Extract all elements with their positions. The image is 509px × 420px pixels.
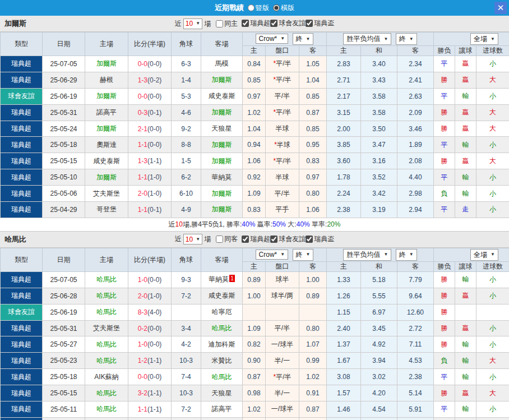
league-checkbox-input[interactable] bbox=[242, 236, 249, 243]
league-checkbox-input[interactable] bbox=[270, 236, 277, 243]
avg-home-cell: 3.60 bbox=[327, 153, 361, 169]
same-venue-checkbox-input[interactable] bbox=[216, 20, 223, 27]
avg-select[interactable]: 胜平负均值▼ bbox=[343, 33, 391, 45]
match-count-select[interactable]: 10 ▼ bbox=[183, 19, 202, 29]
league-filter-group: 瑞典超球會友誼瑞典盃 bbox=[242, 234, 334, 244]
corner-cell: 7-4 bbox=[172, 369, 201, 385]
home-team[interactable]: 加爾斯 bbox=[85, 88, 128, 104]
match-row: 球會友誼25-06-19加爾斯0-0(0-0)5-3咸史泰斯0.97平/半0.8… bbox=[1, 88, 509, 104]
odds-company-select[interactable]: Crow*▼ bbox=[256, 250, 289, 260]
home-team[interactable]: 哈馬比 bbox=[85, 336, 128, 353]
home-team[interactable]: 奧斯達 bbox=[85, 137, 128, 153]
home-team-name: 哈馬比 bbox=[96, 389, 117, 397]
match-row: 瑞典超25-05-31艾夫斯堡0-2(0-0)3-4哈馬比1.09平/半0.80… bbox=[1, 320, 509, 336]
odds-group-header: Crow*▼ 終▼ bbox=[243, 33, 327, 46]
away-team[interactable]: 加爾斯 bbox=[201, 153, 243, 169]
home-team[interactable]: 哈馬比 bbox=[85, 304, 128, 320]
home-team[interactable]: 艾夫斯堡 bbox=[85, 186, 128, 202]
league-checkbox[interactable]: 瑞典盃 bbox=[306, 19, 334, 28]
home-team-name: 哈馬比 bbox=[96, 308, 117, 316]
away-team[interactable]: 諾高平 bbox=[201, 401, 243, 418]
home-odds-cell: 0.83 bbox=[243, 202, 266, 218]
away-team[interactable]: 華納莫1 bbox=[201, 271, 243, 288]
league-checkbox[interactable]: 球會友誼 bbox=[270, 234, 306, 244]
home-team[interactable]: 諾高平 bbox=[85, 104, 128, 121]
score-cell: 0-3(0-1) bbox=[128, 104, 172, 121]
home-odds-cell: 0.92 bbox=[243, 169, 266, 186]
home-team[interactable]: 艾夫斯堡 bbox=[85, 320, 128, 336]
vertical-radio-input[interactable] bbox=[248, 4, 254, 11]
league-checkbox-input[interactable] bbox=[270, 20, 277, 27]
home-team[interactable]: 加爾斯 bbox=[85, 56, 128, 72]
halftime-score: (0-0) bbox=[147, 141, 161, 149]
away-team[interactable]: 哈馬比 bbox=[201, 417, 243, 420]
away-team[interactable]: 加爾斯 bbox=[201, 137, 243, 153]
home-team[interactable]: 哈馬比 bbox=[85, 385, 128, 401]
fulltime-select[interactable]: 全場▼ bbox=[470, 33, 498, 45]
away-team[interactable]: 迪加科斯 bbox=[201, 336, 243, 353]
home-team[interactable]: 赫根 bbox=[85, 72, 128, 88]
corner-cell: 7-2 bbox=[172, 401, 201, 418]
home-team[interactable]: 哈馬比 bbox=[85, 271, 128, 288]
away-team[interactable]: 哈寧厄 bbox=[201, 304, 243, 320]
recent-results-window: 近期戰績 豎版 橫版 ✕ 加爾斯 近 10 ▼ 場 同主 bbox=[0, 0, 509, 420]
away-team[interactable]: 馬模 bbox=[201, 56, 243, 72]
league-checkbox[interactable]: 瑞典盃 bbox=[306, 234, 334, 244]
goals-cell: 小 bbox=[476, 186, 509, 202]
avg-home-cell: 2.38 bbox=[327, 202, 361, 218]
avg-final-select[interactable]: 終▼ bbox=[396, 33, 417, 45]
odds-final-select[interactable]: 終▼ bbox=[293, 33, 314, 45]
away-team[interactable]: 加爾斯 bbox=[201, 202, 243, 218]
away-team[interactable]: 天狼星 bbox=[201, 385, 243, 401]
same-venue-checkbox[interactable]: 同主 bbox=[216, 19, 238, 29]
away-team[interactable]: 加爾斯 bbox=[201, 72, 243, 88]
summary-segment: 大: bbox=[286, 220, 297, 228]
away-team[interactable]: 加爾斯 bbox=[201, 104, 243, 121]
handicap-text: 半/一 bbox=[275, 389, 290, 397]
odds-company-select[interactable]: Crow*▼ bbox=[256, 34, 289, 44]
league-checkbox-input[interactable] bbox=[306, 236, 313, 243]
avg-final-select[interactable]: 終▼ bbox=[396, 249, 417, 261]
home-team[interactable]: AIK蘇納 bbox=[85, 369, 128, 385]
handicap-result-cell: 贏 bbox=[455, 417, 476, 420]
same-venue-checkbox[interactable]: 同客 bbox=[216, 234, 238, 244]
fulltime-select[interactable]: 全場▼ bbox=[470, 249, 498, 261]
layout-radio-vertical[interactable]: 豎版 bbox=[248, 3, 269, 13]
same-venue-checkbox-input[interactable] bbox=[216, 236, 223, 243]
home-team[interactable]: 咸史泰斯 bbox=[85, 153, 128, 169]
away-team[interactable]: 加爾斯 bbox=[201, 186, 243, 202]
away-team[interactable]: 哈馬比 bbox=[201, 369, 243, 385]
score-cell: 0-3(0-3) bbox=[128, 417, 172, 420]
league-checkbox-input[interactable] bbox=[242, 20, 249, 27]
avg-draw-cell: 3.58 bbox=[361, 104, 397, 121]
home-team[interactable]: 哥登堡 bbox=[85, 202, 128, 218]
away-team[interactable]: 米贊比 bbox=[201, 353, 243, 369]
league-checkbox[interactable]: 球會友誼 bbox=[270, 19, 306, 28]
away-team[interactable]: 咸史泰斯 bbox=[201, 88, 243, 104]
home-team[interactable]: 加爾斯 bbox=[85, 169, 128, 186]
close-icon[interactable]: ✕ bbox=[494, 2, 507, 14]
home-team[interactable]: 哈馬比 bbox=[85, 353, 128, 369]
away-team-name: 加爾斯 bbox=[212, 190, 232, 197]
away-team[interactable]: 天狼星 bbox=[201, 121, 243, 137]
league-cell: 瑞典超 bbox=[1, 56, 43, 72]
home-team[interactable]: 哈馬比 bbox=[85, 288, 128, 304]
match-count-select[interactable]: 10 ▼ bbox=[183, 234, 202, 244]
away-team[interactable]: 咸史泰斯 bbox=[201, 288, 243, 304]
summary-segment: 40% bbox=[297, 220, 310, 228]
avg-select[interactable]: 胜平负均值▼ bbox=[343, 249, 391, 261]
away-team[interactable]: 華納莫 bbox=[201, 169, 243, 186]
league-checkbox-input[interactable] bbox=[306, 20, 313, 27]
home-team[interactable]: 哈馬比 bbox=[85, 401, 128, 418]
home-team[interactable]: 奧斯達 bbox=[85, 417, 128, 420]
horizontal-radio-input[interactable] bbox=[273, 4, 280, 11]
home-team[interactable]: 加爾斯 bbox=[85, 121, 128, 137]
halftime-score: (0-0) bbox=[147, 125, 161, 133]
league-checkbox[interactable]: 瑞典超 bbox=[242, 234, 270, 244]
league-checkbox[interactable]: 瑞典超 bbox=[242, 19, 270, 28]
layout-radio-horizontal[interactable]: 橫版 bbox=[273, 3, 294, 13]
corner-cell: 1-5 bbox=[172, 153, 201, 169]
corner-cell: 6-10 bbox=[172, 186, 201, 202]
odds-final-select[interactable]: 終▼ bbox=[293, 249, 314, 261]
away-team[interactable]: 哈馬比 bbox=[201, 320, 243, 336]
